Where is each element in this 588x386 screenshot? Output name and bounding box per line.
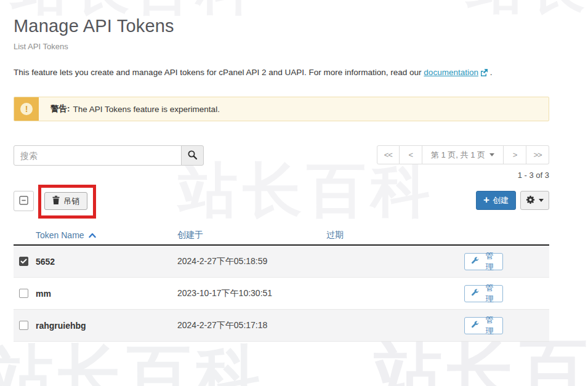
row-checkbox[interactable] [19,289,28,298]
result-range: 1 - 3 of 3 [14,171,549,180]
table-row: mm 2023-10-17下午10:30:51 管理 [14,278,549,310]
wrench-icon [471,257,479,267]
description-period: . [488,68,493,77]
caret-down-icon [539,199,544,202]
table-toolbar: 吊销 + 创建 [14,185,549,219]
table-row: 5652 2024-2-27下午05:18:59 管理 [14,246,549,278]
page-title: Manage API Tokens [14,16,549,36]
manage-label: 管理 [483,251,496,273]
warning-body: 警告: The API Tokens feature is experiment… [39,97,220,121]
row-checkbox-cell [14,289,36,298]
description-text: This feature lets you create and manage … [14,68,424,77]
warning-label: 警告: [50,103,70,115]
token-created: 2024-2-27下午05:17:18 [166,320,320,331]
settings-dropdown-button[interactable] [520,191,549,210]
red-annotation-box: 吊销 [38,185,96,219]
select-all-toggle-button[interactable] [14,191,34,211]
pagination-page-dropdown[interactable]: 第 1 页, 共 1 页 [422,145,504,164]
api-tokens-table: Token Name 创建于 过期 5652 2024-2-27下午05:18:… [14,225,549,342]
table-header-row: Token Name 创建于 过期 [14,225,549,246]
sort-ascending-icon [89,230,96,240]
column-header-expires[interactable]: 过期 [320,230,464,241]
search-group [14,145,204,166]
warning-icon: ! [20,103,33,115]
pagination-last-button[interactable]: >> [526,145,549,164]
minus-checkbox-icon [19,196,28,207]
wrench-icon [471,289,479,299]
pagination-first-button[interactable]: << [377,145,400,164]
manage-label: 管理 [483,283,496,305]
column-header-created[interactable]: 创建于 [166,230,320,241]
controls-row: << < 第 1 页, 共 1 页 > >> [14,145,549,166]
token-name: mm [36,289,51,299]
content-area: Manage API Tokens List API Tokens This f… [0,0,588,342]
experimental-warning-banner: ! 警告: The API Tokens feature is experime… [14,97,549,121]
token-name: rahgruiehbg [36,321,86,331]
external-link-icon[interactable] [480,69,488,78]
feature-description: This feature lets you create and manage … [14,68,549,78]
table-row: rahgruiehbg 2024-2-27下午05:17:18 管理 [14,310,549,342]
search-button[interactable] [181,145,204,166]
caret-down-icon [489,153,494,156]
pagination-previous-button[interactable]: < [400,145,422,164]
row-checkbox-cell [14,321,36,330]
token-name-header-label: Token Name [36,230,84,240]
pagination: << < 第 1 页, 共 1 页 > >> [377,145,549,164]
warning-strip: ! [14,97,39,121]
token-created: 2024-2-27下午05:18:59 [166,256,320,267]
page-subtitle: List API Tokens [14,42,549,51]
manage-button[interactable]: 管理 [464,317,503,334]
trash-icon [52,196,60,206]
manage-label: 管理 [483,315,496,337]
manage-button[interactable]: 管理 [464,285,503,302]
left-tools: 吊销 [14,185,96,219]
wrench-icon [471,321,479,331]
warning-message: The API Tokens feature is experimental. [73,105,220,114]
search-input[interactable] [14,145,182,166]
search-icon [187,150,198,162]
right-tools: + 创建 [476,191,549,210]
manage-api-tokens-page: 站长百科 站长百科 站长百科 站长百科 站长百科 Manage API Toke… [0,0,588,386]
documentation-link[interactable]: documentation [424,68,478,77]
manage-button[interactable]: 管理 [464,253,503,270]
plus-icon: + [483,195,489,205]
row-checkbox[interactable] [19,257,28,266]
revoke-button[interactable]: 吊销 [44,192,87,210]
row-checkbox-cell [14,257,36,266]
gear-icon [526,195,535,206]
create-button[interactable]: + 创建 [476,191,516,210]
revoke-label: 吊销 [63,196,79,207]
pagination-page-status: 第 1 页, 共 1 页 [431,150,485,161]
column-header-token-name[interactable]: Token Name [36,230,166,240]
token-created: 2023-10-17下午10:30:51 [166,288,320,299]
row-checkbox[interactable] [19,321,28,330]
pagination-next-button[interactable]: > [504,145,526,164]
token-name: 5652 [36,257,55,267]
create-label: 创建 [493,195,509,206]
